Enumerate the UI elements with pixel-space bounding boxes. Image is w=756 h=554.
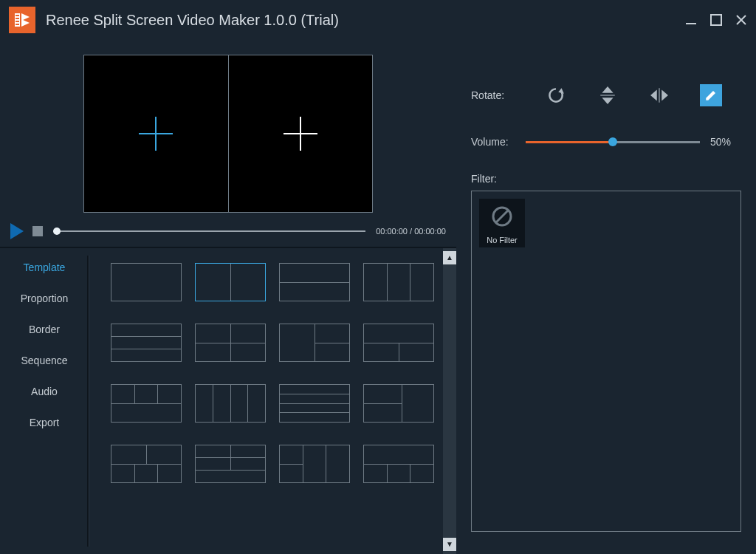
volume-label: Volume: (471, 136, 515, 148)
app-logo (9, 7, 35, 33)
time-display: 00:00:00 / 00:00:00 (376, 227, 446, 236)
template-row4b[interactable] (195, 445, 266, 483)
flip-horizontal-icon (650, 86, 669, 105)
volume-slider[interactable] (526, 141, 700, 143)
template-4x1-h[interactable] (279, 384, 350, 423)
template-1x2-v[interactable] (195, 263, 266, 301)
filter-no-filter[interactable]: No Filter (479, 199, 525, 247)
close-button[interactable] (735, 14, 747, 26)
template-1x3-v[interactable] (363, 263, 434, 301)
svg-marker-11 (558, 88, 564, 94)
rotate-label: Rotate: (471, 89, 515, 101)
preview-canvas (83, 55, 373, 213)
tab-audio[interactable]: Audio (0, 380, 89, 403)
volume-controls: Volume: 50% (471, 136, 741, 148)
tab-border[interactable]: Border (0, 318, 89, 341)
edit-button[interactable] (700, 84, 722, 106)
time-total: 00:00:00 (414, 227, 446, 236)
template-3x1-h[interactable] (111, 324, 182, 362)
play-button[interactable] (10, 223, 24, 239)
scroll-down-icon[interactable]: ▼ (443, 538, 456, 551)
timeline-knob[interactable] (53, 228, 61, 235)
right-pane: Rotate: (456, 40, 756, 554)
template-toprow3-bottom[interactable] (111, 384, 182, 423)
svg-rect-3 (16, 21, 19, 22)
template-2x2[interactable] (195, 324, 266, 362)
rotate-cw-button[interactable] (545, 84, 567, 106)
scroll-up-icon[interactable]: ▲ (443, 251, 456, 264)
minimize-button[interactable] (685, 14, 697, 26)
no-filter-icon (490, 205, 514, 228)
side-tabs: Template Proportion Border Sequence Audi… (0, 248, 89, 554)
svg-marker-16 (662, 89, 668, 100)
template-scrollbar[interactable]: ▲ ▼ (443, 248, 456, 554)
tab-sequence[interactable]: Sequence (0, 349, 89, 372)
rotate-cw-icon (546, 86, 566, 105)
filter-panel: No Filter (471, 191, 741, 532)
flip-vertical-icon (598, 86, 617, 105)
flip-vertical-button[interactable] (597, 84, 619, 106)
template-2x1-h[interactable] (279, 263, 350, 301)
template-row4a[interactable] (111, 445, 182, 483)
svg-rect-4 (16, 24, 19, 25)
svg-rect-8 (711, 15, 721, 25)
titlebar: Renee Split Screen Video Maker 1.0.0 (Tr… (0, 0, 756, 40)
svg-rect-7 (686, 23, 696, 24)
rotate-controls: Rotate: (471, 84, 741, 106)
svg-marker-5 (21, 13, 30, 21)
maximize-button[interactable] (710, 14, 722, 26)
pencil-icon (704, 89, 718, 102)
stop-icon (32, 226, 43, 236)
transport-bar: 00:00:00 / 00:00:00 (0, 213, 456, 247)
template-1x1[interactable] (111, 263, 182, 301)
left-pane: 00:00:00 / 00:00:00 Template Proportion … (0, 40, 456, 554)
preview-slot-1[interactable] (84, 55, 229, 212)
template-1x4-v[interactable] (195, 384, 266, 423)
svg-marker-12 (602, 86, 613, 93)
svg-rect-1 (16, 15, 19, 16)
preview-slot-2[interactable] (229, 55, 373, 212)
template-top-2bottom[interactable] (363, 324, 434, 362)
filter-name: No Filter (487, 236, 518, 244)
timeline-slider[interactable] (53, 230, 365, 232)
filter-label: Filter: (471, 173, 741, 185)
app-title: Renee Split Screen Video Maker 1.0.0 (Tr… (46, 12, 685, 29)
svg-marker-15 (650, 89, 657, 100)
stop-button[interactable] (28, 226, 43, 236)
svg-marker-6 (21, 19, 30, 27)
volume-value: 50% (710, 136, 741, 148)
template-leftcol2-right[interactable] (363, 384, 434, 423)
template-row4c[interactable] (279, 445, 350, 483)
svg-line-19 (495, 210, 509, 223)
preview-area (0, 40, 456, 213)
tab-template[interactable]: Template (0, 256, 89, 279)
template-row4d[interactable] (363, 445, 434, 483)
tab-export[interactable]: Export (0, 411, 89, 434)
volume-knob[interactable] (608, 137, 617, 146)
flip-horizontal-button[interactable] (648, 84, 670, 106)
template-grid: ▲ ▼ (89, 248, 456, 554)
svg-marker-13 (602, 98, 613, 104)
tab-proportion[interactable]: Proportion (0, 287, 89, 310)
svg-rect-2 (16, 18, 19, 19)
bottom-section: Template Proportion Border Sequence Audi… (0, 247, 456, 554)
template-left-2right[interactable] (279, 324, 350, 362)
play-icon (10, 223, 24, 239)
time-current: 00:00:00 (376, 227, 408, 236)
